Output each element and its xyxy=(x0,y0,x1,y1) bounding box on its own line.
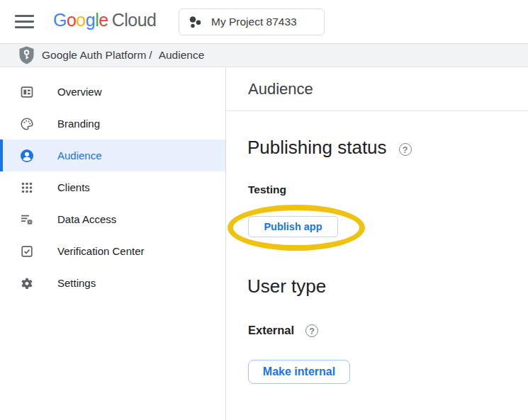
hamburger-menu-icon[interactable] xyxy=(15,15,34,28)
google-cloud-logo: GoogleCloud xyxy=(53,10,156,30)
help-icon[interactable]: ? xyxy=(399,143,412,156)
google-logo-text: Google xyxy=(53,10,108,30)
sidebar-item-clients[interactable]: Clients xyxy=(0,171,225,203)
user-type-heading-text: User type xyxy=(247,276,326,297)
sidebar-item-label: Data Access xyxy=(57,213,116,225)
project-name: My Project 87433 xyxy=(211,16,297,28)
breadcrumb: Google Auth Platform / Audience xyxy=(0,43,528,67)
auth-shield-key-icon xyxy=(19,46,34,64)
make-internal-button[interactable]: Make internal xyxy=(248,360,350,384)
user-type-value-text: External xyxy=(248,324,294,337)
sidebar-item-verification-center[interactable]: Verification Center xyxy=(0,235,225,267)
sidebar-item-label: Overview xyxy=(57,86,102,98)
sidebar-item-label: Settings xyxy=(57,277,96,289)
sidebar-item-audience[interactable]: Audience xyxy=(0,140,225,171)
overview-icon xyxy=(20,85,34,99)
breadcrumb-product[interactable]: Google Auth Platform xyxy=(42,49,146,62)
apps-grid-icon xyxy=(20,181,34,195)
publishing-status-heading-text: Publishing status xyxy=(247,137,387,159)
gear-icon xyxy=(20,276,34,290)
breadcrumb-page: Audience xyxy=(159,49,205,62)
cloud-logo-text: Cloud xyxy=(112,10,157,30)
user-type-heading: User type xyxy=(247,276,326,297)
publish-app-button[interactable]: Publish app xyxy=(248,216,338,237)
sidebar-item-label: Audience xyxy=(57,149,102,161)
user-type-value: External ? xyxy=(248,324,318,337)
page-title: Audience xyxy=(248,80,313,98)
publishing-status-value: Testing xyxy=(248,183,286,196)
sidebar-item-settings[interactable]: Settings xyxy=(0,267,225,299)
publishing-status-heading: Publishing status ? xyxy=(247,137,412,159)
header-divider xyxy=(227,110,528,111)
sidebar-item-branding[interactable]: Branding xyxy=(0,108,225,140)
breadcrumb-separator: / xyxy=(149,49,152,62)
left-navigation: Overview Branding Audience xyxy=(0,67,226,420)
sidebar-item-overview[interactable]: Overview xyxy=(0,76,225,108)
person-icon xyxy=(20,149,34,163)
project-dots-icon xyxy=(188,15,203,30)
palette-icon xyxy=(20,117,34,131)
list-gear-icon xyxy=(20,212,34,227)
sidebar-item-label: Verification Center xyxy=(57,245,145,257)
checkbox-check-icon xyxy=(20,244,34,259)
sidebar-item-data-access[interactable]: Data Access xyxy=(0,203,225,235)
sidebar-item-label: Clients xyxy=(57,181,90,193)
sidebar-item-label: Branding xyxy=(57,118,100,130)
help-icon[interactable]: ? xyxy=(305,324,318,337)
project-selector-button[interactable]: My Project 87433 xyxy=(179,8,325,35)
top-app-bar: GoogleCloud My Project 87433 xyxy=(0,0,528,43)
